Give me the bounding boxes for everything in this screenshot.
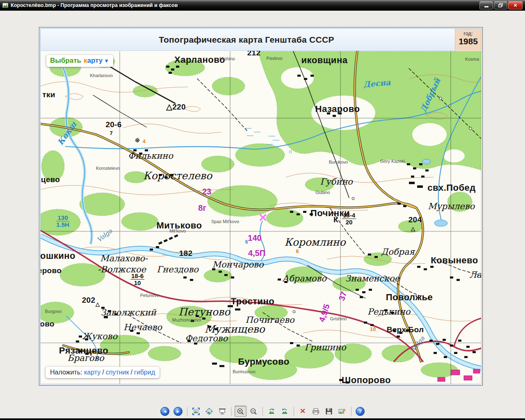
map-fraction-label: 18-420 <box>342 212 356 226</box>
map-label: Petunovo <box>140 293 159 298</box>
map-label: Шопорово <box>342 375 391 384</box>
app-icon <box>2 2 9 8</box>
select-map-label-part: Выбрать <box>50 57 81 64</box>
overlay-link-map[interactable]: карту <box>84 369 100 376</box>
overlay-bar: Наложить: карту/спутник/гибрид <box>46 367 160 378</box>
best-fit-button[interactable] <box>190 406 202 417</box>
actual-size-icon <box>205 408 213 415</box>
overlay-link-hybrid[interactable]: гибрид <box>134 369 155 376</box>
map-label: Мончарово <box>212 260 263 269</box>
map-label: Korostelevo <box>96 166 120 171</box>
print-button[interactable] <box>310 406 322 417</box>
delete-button[interactable]: ✕ <box>297 406 309 417</box>
map-label: Жуково <box>82 331 117 341</box>
map-label: 204 <box>409 215 422 224</box>
next-image-button[interactable]: ▶ <box>172 406 184 417</box>
map-label: Коромлино <box>284 236 345 248</box>
map-label: 6 <box>245 239 248 245</box>
map-label: Spas Mit'kovo <box>211 219 239 224</box>
map-label: Абрамово <box>282 274 326 283</box>
map-label: ✕ <box>258 211 268 224</box>
map-label: Нечаево <box>123 322 162 332</box>
map-label: Burgovo <box>45 309 62 314</box>
map-label: Верх.Бол <box>387 325 424 334</box>
separator: / <box>130 369 132 376</box>
map-label: △ <box>411 226 415 232</box>
map-label: 140 <box>248 233 261 243</box>
edit-button[interactable] <box>336 406 348 417</box>
rotate-counterclockwise-button[interactable] <box>279 406 291 417</box>
viewer-canvas: Топографическая карта Генштаба СССР год:… <box>0 11 525 420</box>
window-title: Коростелёво.bmp - Программа просмотра из… <box>11 2 479 8</box>
overlay-link-satellite[interactable]: спутник <box>106 369 129 376</box>
map-label: Филькино <box>128 151 173 161</box>
restore-button[interactable] <box>494 1 507 9</box>
toolbar-separator <box>187 407 187 416</box>
map-label: 23 <box>202 187 211 196</box>
window-bottom-border <box>0 418 525 420</box>
toolbar-separator <box>231 407 232 416</box>
map-label: иковщина <box>301 55 348 66</box>
map-label: Знаменское <box>345 274 399 283</box>
slideshow-button[interactable] <box>217 406 228 417</box>
year-value: 1985 <box>455 37 481 46</box>
zoom-in-button[interactable] <box>235 406 247 417</box>
print-icon <box>312 408 320 415</box>
close-icon: ✕ <box>514 3 517 8</box>
map-label: Мурылево <box>428 201 475 211</box>
overlay-label: Наложить: <box>50 369 82 376</box>
minimize-button[interactable] <box>479 1 493 9</box>
map-label: 6 <box>296 248 299 254</box>
map-label: Muzhishchevo <box>172 317 201 322</box>
map-label: Заволжский <box>100 308 156 317</box>
toolbar-separator <box>294 407 294 416</box>
map-label: 20-6 <box>105 120 121 129</box>
year-label: год: <box>455 30 481 37</box>
help-button[interactable]: ? <box>354 406 366 417</box>
map-label: Брагово <box>67 353 104 363</box>
map-label: тки <box>42 90 55 99</box>
map-label: ошкино <box>40 251 75 261</box>
close-button[interactable]: ✕ <box>508 1 523 9</box>
map-label: Редькино <box>368 307 411 317</box>
map-label: 8г <box>198 203 206 213</box>
select-map-label-part: арту <box>87 57 103 64</box>
select-map-button[interactable]: Выбратькарту▼ <box>46 55 113 67</box>
map-label: Gubino <box>315 190 330 195</box>
minimize-icon <box>484 6 488 7</box>
rotate-clockwise-button[interactable] <box>266 406 278 417</box>
delete-icon: ✕ <box>300 408 306 415</box>
toolbar-separator <box>262 407 263 416</box>
map-label: Pavlovo <box>266 56 282 61</box>
map-label: Burukovo <box>329 160 348 164</box>
map-fraction-label: 1301.5Н <box>56 215 69 228</box>
help-icon: ? <box>356 407 365 416</box>
map-label: Kharlanovo <box>90 73 113 78</box>
map-label: 4 <box>142 138 145 144</box>
map-header: Топографическая карта Генштаба СССР год:… <box>41 29 481 51</box>
actual-size-button[interactable] <box>203 406 215 417</box>
toolbar-separator <box>351 407 352 416</box>
map-label: Гнездово <box>157 265 199 274</box>
map-label: Kosma <box>465 57 479 62</box>
previous-image-button[interactable]: ◀ <box>159 406 171 417</box>
edit-icon <box>338 408 346 415</box>
map-label: Grishino <box>330 316 347 321</box>
chevron-down-icon: ▼ <box>104 58 109 64</box>
zoom-out-icon <box>250 408 257 415</box>
map-label: Губино <box>320 177 353 187</box>
map-label: 4,5П <box>248 249 265 258</box>
zoom-out-button[interactable] <box>248 406 260 417</box>
map-label: 10 <box>370 326 376 332</box>
map-label: Тростино <box>231 296 274 307</box>
viewer-window: Коростелёво.bmp - Программа просмотра из… <box>0 0 525 420</box>
zoom-in-icon <box>237 408 244 415</box>
map-image: Топографическая карта Генштаба СССР год:… <box>40 28 482 384</box>
map-label: 7 <box>110 130 112 136</box>
map-label: Малахово- <box>100 253 148 263</box>
arrow-left-icon: ◀ <box>160 407 169 416</box>
map-label: свх.Побед <box>427 183 476 193</box>
save-icon <box>325 408 333 415</box>
map-label: Гришино <box>304 342 346 352</box>
save-button[interactable] <box>323 406 335 417</box>
